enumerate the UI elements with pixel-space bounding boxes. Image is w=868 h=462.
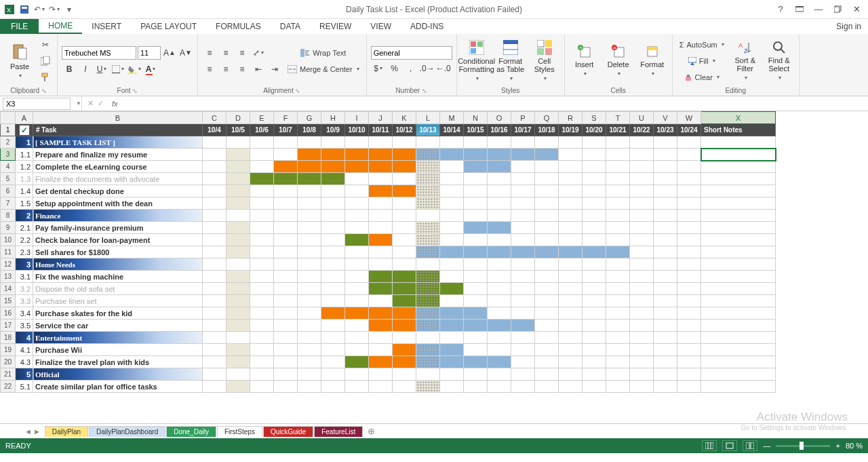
gantt-cell[interactable] xyxy=(416,185,440,197)
gantt-cell[interactable] xyxy=(677,149,701,161)
gantt-cell[interactable] xyxy=(654,246,677,258)
gantt-cell[interactable] xyxy=(464,149,488,161)
alignment-expand-icon[interactable]: ⤡ xyxy=(295,88,300,94)
gantt-cell[interactable] xyxy=(654,283,677,295)
gantt-cell[interactable] xyxy=(416,295,440,307)
italic-icon[interactable]: I xyxy=(78,62,93,77)
gantt-cell[interactable] xyxy=(630,136,654,149)
gantt-cell[interactable] xyxy=(654,368,677,381)
gantt-cell[interactable] xyxy=(321,344,345,356)
row-header[interactable]: 20 xyxy=(1,356,16,368)
gantt-cell[interactable] xyxy=(298,271,321,283)
gantt-cell[interactable] xyxy=(250,222,274,234)
gantt-cell[interactable] xyxy=(416,173,440,185)
gantt-cell[interactable] xyxy=(654,258,677,271)
gantt-cell[interactable] xyxy=(630,307,654,320)
gantt-cell[interactable] xyxy=(440,368,464,381)
gantt-cell[interactable] xyxy=(630,222,654,234)
font-size-select[interactable] xyxy=(138,46,161,60)
gantt-cell[interactable] xyxy=(369,136,393,149)
signin-link[interactable]: Sign in xyxy=(829,19,868,34)
gantt-cell[interactable] xyxy=(416,197,440,210)
tab-data[interactable]: DATA xyxy=(271,19,310,34)
cell-styles-button[interactable]: Cell Styles xyxy=(529,36,560,85)
gantt-cell[interactable] xyxy=(274,307,298,320)
gantt-cell[interactable] xyxy=(440,332,464,344)
gantt-cell[interactable] xyxy=(630,185,654,197)
gantt-cell[interactable] xyxy=(677,368,701,381)
gantt-cell[interactable] xyxy=(677,246,701,258)
gantt-cell[interactable] xyxy=(559,149,583,161)
zoom-slider[interactable] xyxy=(776,445,830,447)
gantt-cell[interactable] xyxy=(654,381,677,393)
row-header[interactable]: 22 xyxy=(1,381,16,393)
redo-icon[interactable]: ↷ xyxy=(47,3,61,16)
gantt-cell[interactable] xyxy=(226,356,250,368)
row-header[interactable]: 13 xyxy=(1,271,16,283)
col-header[interactable]: G xyxy=(298,112,321,124)
gantt-cell[interactable] xyxy=(559,307,583,320)
gantt-cell[interactable] xyxy=(654,344,677,356)
gantt-cell[interactable] xyxy=(606,136,630,149)
gantt-cell[interactable] xyxy=(226,234,250,246)
gantt-cell[interactable] xyxy=(606,332,630,344)
gantt-cell[interactable] xyxy=(511,136,535,149)
format-painter-icon[interactable] xyxy=(38,70,53,85)
gantt-cell[interactable] xyxy=(369,258,393,271)
gantt-cell[interactable] xyxy=(416,222,440,234)
gantt-cell[interactable] xyxy=(274,344,298,356)
number-format-select[interactable] xyxy=(371,46,452,60)
gantt-cell[interactable] xyxy=(250,271,274,283)
row-header[interactable]: 7 xyxy=(1,197,16,210)
gantt-cell[interactable] xyxy=(226,320,250,332)
gantt-cell[interactable] xyxy=(203,283,226,295)
sheet-tab[interactable]: DailyPlan xyxy=(45,426,88,437)
col-header[interactable]: V xyxy=(654,112,677,124)
row-header[interactable]: 6 xyxy=(1,185,16,197)
gantt-cell[interactable] xyxy=(416,210,440,222)
gantt-cell[interactable] xyxy=(559,381,583,393)
gantt-cell[interactable] xyxy=(345,271,369,283)
gantt-cell[interactable] xyxy=(535,344,559,356)
row-header[interactable]: 14 xyxy=(1,283,16,295)
gantt-cell[interactable] xyxy=(654,197,677,210)
gantt-cell[interactable] xyxy=(654,271,677,283)
cancel-formula-icon[interactable]: ✕ xyxy=(87,99,94,108)
gantt-cell[interactable] xyxy=(511,307,535,320)
gantt-cell[interactable] xyxy=(250,161,274,173)
gantt-cell[interactable] xyxy=(583,136,606,149)
gantt-cell[interactable] xyxy=(203,320,226,332)
gantt-cell[interactable] xyxy=(393,173,416,185)
col-header[interactable]: S xyxy=(583,112,606,124)
align-left-icon[interactable]: ≡ xyxy=(202,62,217,77)
gantt-cell[interactable] xyxy=(369,185,393,197)
decrease-decimal-icon[interactable]: ←.0 xyxy=(436,61,451,76)
gantt-cell[interactable] xyxy=(298,185,321,197)
gantt-cell[interactable] xyxy=(298,136,321,149)
sheet-nav-next-icon[interactable]: ► xyxy=(33,427,41,436)
gantt-cell[interactable] xyxy=(511,161,535,173)
gantt-cell[interactable] xyxy=(345,283,369,295)
gantt-cell[interactable] xyxy=(630,283,654,295)
gantt-cell[interactable] xyxy=(488,368,511,381)
gantt-cell[interactable] xyxy=(345,161,369,173)
col-header[interactable]: I xyxy=(345,112,369,124)
gantt-cell[interactable] xyxy=(393,356,416,368)
gantt-cell[interactable] xyxy=(440,271,464,283)
gantt-cell[interactable] xyxy=(559,173,583,185)
gantt-cell[interactable] xyxy=(440,185,464,197)
gantt-cell[interactable] xyxy=(250,197,274,210)
gantt-cell[interactable] xyxy=(677,307,701,320)
gantt-cell[interactable] xyxy=(511,234,535,246)
row-header[interactable]: 12 xyxy=(1,258,16,271)
notes-cell[interactable] xyxy=(701,356,776,368)
gantt-cell[interactable] xyxy=(630,210,654,222)
gantt-cell[interactable] xyxy=(677,234,701,246)
gantt-cell[interactable] xyxy=(535,332,559,344)
col-header[interactable]: M xyxy=(440,112,464,124)
gantt-cell[interactable] xyxy=(274,222,298,234)
gantt-cell[interactable] xyxy=(203,258,226,271)
gantt-cell[interactable] xyxy=(511,381,535,393)
gantt-cell[interactable] xyxy=(511,210,535,222)
gantt-cell[interactable] xyxy=(488,234,511,246)
